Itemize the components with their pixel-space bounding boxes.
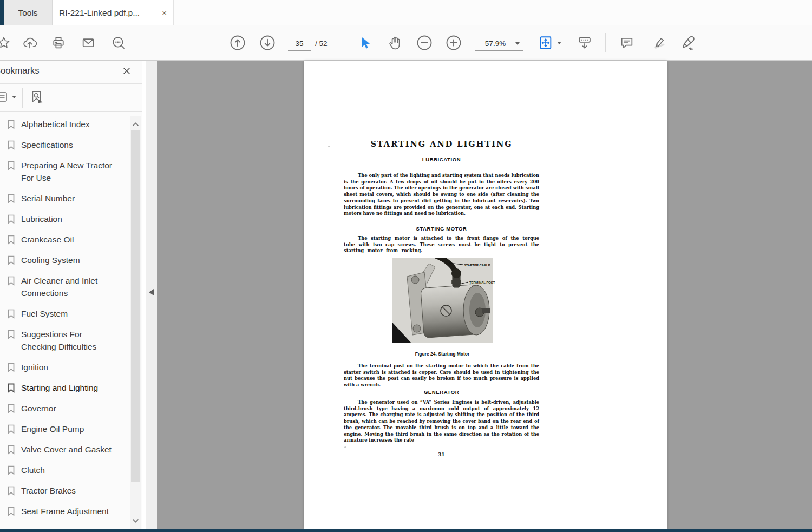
tab-close-icon[interactable]: ×	[162, 9, 167, 17]
page-smudge	[328, 146, 330, 147]
sidebar-scrollbar[interactable]	[130, 116, 141, 529]
bookmark-item[interactable]: Preparing A New Tractor For Use	[0, 155, 130, 188]
bookmark-item[interactable]: Lubrication	[0, 208, 130, 229]
zoom-level-value: 57.9%	[475, 40, 515, 48]
panel-gap	[142, 61, 146, 529]
bookmark-item-label: Suggestions For Checking Difficulties	[21, 328, 116, 353]
bookmark-item-label: Air Cleaner and Inlet Connections	[21, 274, 116, 299]
share-upload-icon[interactable]	[22, 25, 38, 60]
collapse-panel-icon[interactable]	[149, 289, 154, 295]
bookmark-icon	[6, 275, 16, 286]
page-number-input[interactable]	[288, 36, 311, 51]
select-tool-icon[interactable]	[357, 25, 373, 60]
bookmark-icon	[6, 383, 16, 393]
bookmark-item-label: Crankcase Oil	[21, 233, 74, 246]
bookmark-icon	[6, 255, 16, 266]
taskbar-strip	[0, 529, 812, 532]
bookmark-icon	[6, 444, 16, 455]
email-icon[interactable]	[80, 25, 96, 60]
fit-page-icon[interactable]	[538, 25, 553, 60]
bookmark-item-label: Cooling System	[21, 254, 80, 266]
bookmarks-toolbar	[0, 84, 142, 112]
scroll-down-icon[interactable]	[132, 516, 140, 526]
zoom-level-select[interactable]: 57.9%	[475, 36, 523, 51]
bookmark-item[interactable]: Alphabetical Index	[0, 114, 130, 134]
tab-bar: Tools RI-221-Linked pdf.p... ×	[0, 0, 812, 25]
zoom-out-icon[interactable]	[416, 25, 433, 60]
bookmark-item-active[interactable]: Starting and Lighting	[0, 377, 130, 398]
favorites-star-icon[interactable]	[0, 25, 12, 60]
bookmark-icon	[6, 506, 16, 517]
bookmark-item[interactable]: Air Cleaner and Inlet Connections	[0, 270, 130, 303]
bookmark-item[interactable]: Fuel System	[0, 303, 130, 324]
toolbar-divider	[605, 33, 606, 52]
bookmarks-options-icon[interactable]	[0, 90, 16, 103]
starting-motor-photo: STARTER CABLE TERMINAL POST	[389, 258, 496, 347]
bookmark-icon	[6, 424, 16, 435]
bookmarks-list: Alphabetical Index Specifications Prepar…	[0, 113, 130, 529]
bookmark-item-label: Starting and Lighting	[21, 382, 98, 394]
bookmark-icon	[6, 160, 16, 171]
panel-collapse-strip[interactable]	[146, 61, 157, 529]
bookmark-item[interactable]: Governor	[0, 398, 130, 418]
fill-sign-icon[interactable]	[679, 25, 697, 60]
figure-label-terminal-post: TERMINAL POST	[469, 281, 495, 284]
tab-tools[interactable]: Tools	[4, 0, 53, 25]
page-scrolling-icon[interactable]	[577, 25, 593, 60]
bookmark-item[interactable]: Engine Oil Pump	[0, 418, 130, 439]
figure-label-starter-cable: STARTER CABLE	[464, 264, 490, 267]
paragraph-starting-motor: The starting motor is attached to the fr…	[344, 235, 539, 254]
bookmark-icon	[6, 140, 16, 150]
find-current-bookmark-icon[interactable]	[30, 90, 45, 107]
printed-page-number: 31	[344, 452, 539, 457]
paragraph-terminal-post: The terminal post on the starting motor …	[344, 363, 539, 389]
bookmark-item[interactable]: Specifications	[0, 134, 130, 155]
bookmarks-panel: Bookmarks Alphabetical Index Specificati…	[0, 61, 142, 529]
bookmark-item-label: Seat Frame Adjustment	[21, 505, 109, 517]
bookmark-item-label: Clutch	[21, 464, 45, 476]
bookmark-item[interactable]: Crankcase Oil	[0, 229, 130, 249]
bookmark-item-label: Alphabetical Index	[21, 118, 90, 130]
bookmark-item[interactable]: Cooling System	[0, 249, 130, 270]
paragraph-lubrication: The only part of the lighting and starti…	[344, 173, 539, 217]
highlight-pen-icon[interactable]	[650, 25, 666, 60]
panel-close-icon[interactable]	[122, 67, 131, 77]
bookmark-item[interactable]: Clutch	[0, 459, 130, 480]
fit-page-chevron-icon[interactable]	[555, 25, 563, 60]
zoom-in-icon[interactable]	[446, 25, 462, 60]
bookmark-item-label: Fuel System	[21, 307, 68, 320]
bookmark-item[interactable]: Valve Cover and Gasket	[0, 439, 130, 459]
bookmark-item-label: Lubrication	[21, 213, 62, 225]
bookmark-icon	[6, 329, 16, 340]
bookmark-item[interactable]: Tractor Brakes	[0, 480, 130, 501]
section-heading-lubrication: LUBRICATION	[344, 156, 539, 162]
bookmark-item-label: Engine Oil Pump	[21, 423, 84, 435]
bookmark-item[interactable]: Suggestions For Checking Difficulties	[0, 324, 130, 357]
page-title: STARTING AND LIGHTING	[344, 139, 539, 148]
bookmark-item[interactable]: Seat Frame Adjustment	[0, 501, 130, 521]
page-count-label: / 52	[315, 36, 328, 51]
bookmark-item-label: Ignition	[21, 361, 48, 373]
bookmark-icon	[6, 362, 16, 373]
page-smudge	[344, 446, 346, 448]
chevron-down-icon	[515, 42, 520, 45]
previous-page-icon[interactable]	[230, 25, 246, 60]
bookmarks-panel-header: Bookmarks	[0, 61, 142, 84]
next-page-icon[interactable]	[259, 25, 276, 60]
bookmark-item[interactable]: Ignition	[0, 357, 130, 377]
bookmark-item-label: Valve Cover and Gasket	[21, 443, 112, 456]
document-view: STARTING AND LIGHTING LUBRICATION The on…	[157, 61, 812, 529]
tab-document-label: RI-221-Linked pdf.p...	[59, 8, 140, 18]
print-icon[interactable]	[50, 25, 67, 60]
tab-document[interactable]: RI-221-Linked pdf.p... ×	[53, 0, 174, 25]
scrollbar-thumb[interactable]	[131, 130, 140, 482]
search-icon[interactable]	[110, 25, 127, 60]
scroll-up-icon[interactable]	[132, 120, 140, 129]
comment-icon[interactable]	[619, 25, 635, 60]
hand-tool-icon[interactable]	[387, 25, 403, 60]
bookmarks-panel-title: Bookmarks	[0, 65, 40, 76]
section-heading-starting-motor: STARTING MOTOR	[344, 226, 539, 232]
bookmark-icon	[6, 193, 16, 204]
bookmark-item[interactable]: Serial Number	[0, 188, 130, 208]
tab-tools-label: Tools	[18, 8, 37, 18]
